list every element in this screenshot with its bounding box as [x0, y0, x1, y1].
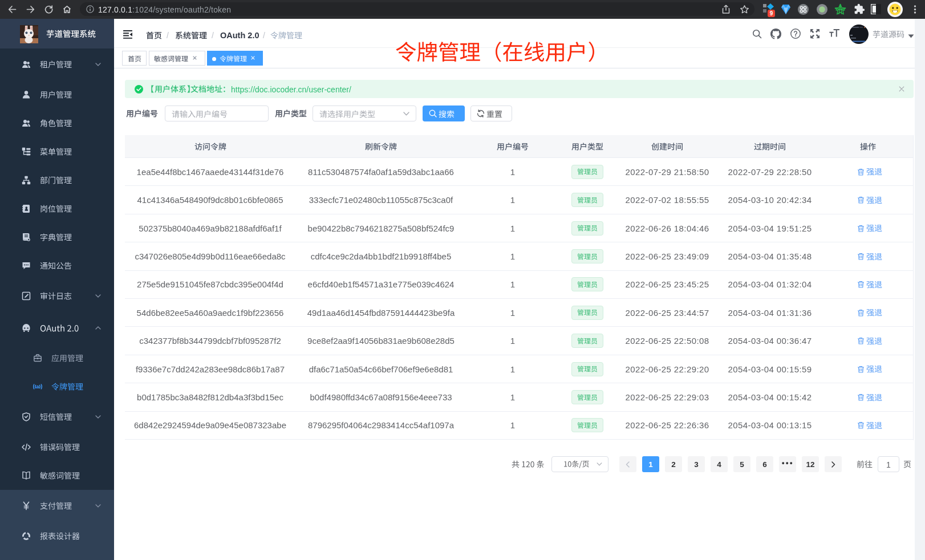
svg-text:a: a: [36, 384, 39, 389]
svg-text:9: 9: [770, 10, 773, 17]
